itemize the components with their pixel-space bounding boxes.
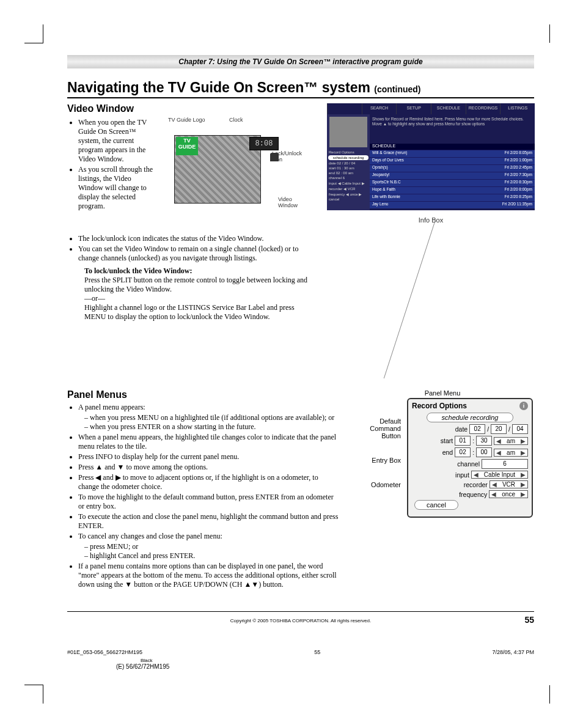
dash-item: when you press MENU on a highlighted til… (84, 413, 339, 422)
label-tvguide-logo: TV Guide Logo (168, 117, 205, 123)
panel-item: recorder ◀ VCR (327, 186, 370, 191)
schedule-row: Hope & FaithFri 2/20 8:00pm (370, 186, 535, 194)
bullet: When you open the TV Guide On Screen™ sy… (78, 118, 153, 164)
label-entry-box: Entry Box (351, 457, 401, 464)
crop-mark (549, 24, 559, 43)
default-command-button[interactable]: schedule recording (427, 413, 513, 422)
heading-video-window: Video Window (67, 103, 309, 114)
bullet: Press ▲ and ▼ to move among the options. (78, 463, 339, 472)
dash-item: when you press ENTER on a show starting … (84, 422, 339, 432)
crop-mark (24, 685, 43, 704)
paragraph: Press the SPLIT button on the remote con… (84, 276, 309, 294)
info-message: Shows for Record or Remind listed here. … (370, 114, 535, 144)
panel-side-labels: Default Command Button Entry Box Odomete… (351, 398, 401, 506)
paragraph-or: —or— (84, 294, 309, 303)
tab (327, 103, 362, 114)
footer-rule (67, 611, 534, 612)
panel-title: Record Options (327, 150, 370, 155)
panel-item: start 01 : 30 am (327, 166, 370, 171)
print-meta-row: #01E_053-056_566272HM195 55 7/28/05, 4:3… (67, 649, 534, 655)
date-month-input[interactable]: 02 (469, 424, 485, 434)
panel-menu-box: Record Options i schedule recording date… (407, 398, 533, 518)
start-hour-input[interactable]: 01 (455, 436, 471, 446)
title-main: Navigating the TV Guide On Screen™ syste… (67, 79, 370, 95)
row-label-date: date (412, 425, 468, 433)
meta-model: (E) 56/62/72HM195 (116, 663, 534, 670)
lock-icon (270, 153, 279, 161)
callout-line (383, 219, 435, 378)
bullet: To move the highlight to the default com… (78, 493, 339, 511)
schedule-row: Life with BonnieFri 2/20 8:25pm (370, 194, 535, 201)
schedule-header: SCHEDULE (370, 144, 535, 150)
video-window-illustration: TV Guide Logo Clock Lock/Unlock Icon Vid… (162, 117, 309, 233)
tab: SEARCH (362, 103, 397, 114)
label-clock: Clock (229, 117, 243, 123)
panel-item: date 02 / 20 / 04 (327, 161, 370, 166)
channel-input[interactable]: 6 (482, 459, 528, 469)
schedule-row: Jay LenoFri 2/20 11:35pm (370, 201, 535, 208)
meta-black: Black (141, 658, 534, 663)
input-odometer[interactable]: ◀Cable Input▶ (471, 471, 528, 479)
label-default-cmd: Default Command Button (351, 417, 401, 439)
bullet: To execute the action and close the pane… (78, 512, 339, 531)
bullet: A panel menu appears: when you press MEN… (78, 403, 339, 432)
crop-mark (24, 24, 43, 43)
label-video-window: Video Window (278, 196, 309, 208)
label-panel-menu: Panel Menu (351, 389, 534, 397)
crop-mark (549, 685, 559, 704)
dash-item: highlight Cancel and press ENTER. (84, 551, 339, 561)
section-panel-menus: Panel Menus A panel menu appears: when y… (67, 389, 534, 593)
date-day-input[interactable]: 20 (491, 424, 507, 434)
tab: SETUP (396, 103, 431, 114)
start-ampm-odometer[interactable]: ◀am▶ (494, 437, 528, 445)
chapter-header: Chapter 7: Using the TV Guide On Screen™… (67, 55, 534, 68)
tab: LISTINGS (500, 103, 535, 114)
panel-item: cancel (327, 197, 370, 202)
schedule-tabs: SEARCH SETUP SCHEDULE RECORDINGS LISTING… (327, 103, 535, 114)
info-icon[interactable]: i (519, 402, 528, 410)
bullet: You can set the Video Window to remain o… (78, 245, 309, 263)
frequency-odometer[interactable]: ◀once▶ (489, 490, 528, 498)
bullet: When a panel menu appears, the highlight… (78, 433, 339, 451)
schedule-screenshot: SEARCH SETUP SCHEDULE RECORDINGS LISTING… (327, 103, 535, 226)
row-label-end: end (412, 449, 453, 456)
tab: RECORDINGS (466, 103, 501, 114)
end-hour-input[interactable]: 02 (455, 447, 471, 457)
page: Chapter 7: Using the TV Guide On Screen™… (0, 0, 583, 728)
row-label-channel: channel (412, 460, 480, 468)
panel-item: input ◀ Cable Input ▶ (327, 180, 370, 186)
schedule-row: SportsCtr N.B.CFri 2/20 8:30pm (370, 179, 535, 186)
panel-item: channel 6 (327, 175, 370, 180)
row-label-recorder: recorder (412, 481, 488, 488)
preview-image (329, 117, 367, 147)
tv-guide-logo-icon: TV GUIDE (176, 137, 198, 155)
schedule-row: Days of Our LivesFri 2/20 1:00pm (370, 157, 535, 164)
end-min-input[interactable]: 00 (476, 447, 492, 457)
start-min-input[interactable]: 30 (476, 436, 492, 446)
panel-cmd: schedule recording (328, 155, 369, 160)
meta-page: 55 (314, 649, 320, 655)
meta-date: 7/28/05, 4:37 PM (492, 649, 534, 655)
meta-filename: #01E_053-056_566272HM195 (67, 649, 142, 655)
bullet: Press INFO to display help for the curre… (78, 452, 339, 461)
dash-item: press MENU; or (84, 542, 339, 551)
schedule-row: Oprah(s)Fri 2/20 2:45pm (370, 164, 535, 172)
cancel-button[interactable]: cancel (414, 500, 458, 510)
date-year-input[interactable]: 04 (512, 424, 528, 434)
tab: SCHEDULE (431, 103, 466, 114)
subheading-lock: To lock/unlock the Video Window: (84, 267, 309, 276)
panel-menu-title: Record Options (412, 402, 467, 410)
schedule-row: Jeopardy!Fri 2/20 7:30pm (370, 172, 535, 179)
bullet: Press ◀ and ▶ to move to adjacent option… (78, 473, 339, 491)
tv-frame: TV GUIDE 8:08 (174, 135, 261, 204)
row-label-frequency: frequency (412, 491, 487, 498)
bullet: If a panel menu contains more options th… (78, 562, 339, 589)
row-label-start: start (412, 437, 453, 444)
section-video-window: Video Window When you open the TV Guide … (67, 103, 534, 378)
clock-value: 8:08 (249, 137, 279, 150)
end-ampm-odometer[interactable]: ◀am▶ (494, 449, 528, 457)
panel-item: end 02 : 00 am (327, 171, 370, 175)
page-title: Navigating the TV Guide On Screen™ syste… (67, 79, 534, 98)
recorder-odometer[interactable]: ◀VCR▶ (490, 480, 528, 488)
row-label-input: input (412, 471, 469, 479)
